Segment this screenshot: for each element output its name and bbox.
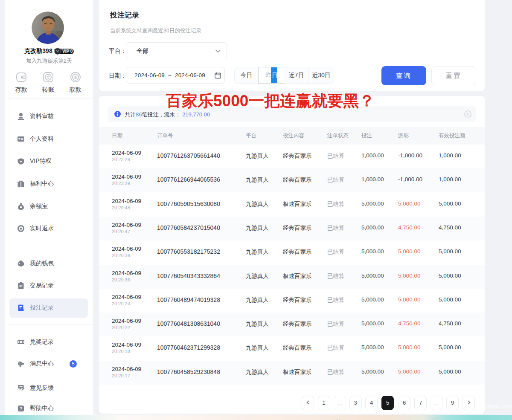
svg-text:?: ?	[20, 406, 22, 411]
svg-text:VIP 0: VIP 0	[62, 49, 73, 54]
